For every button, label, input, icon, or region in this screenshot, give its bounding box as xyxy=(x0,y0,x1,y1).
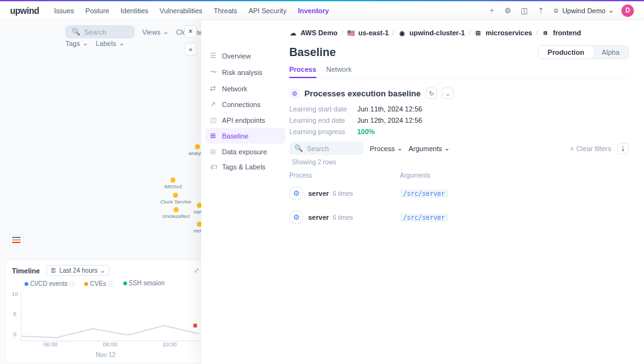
aws-icon: ☁ xyxy=(289,29,297,37)
expand-icon[interactable]: ⤢ xyxy=(194,266,199,275)
section-title: Processes execution baseline xyxy=(304,89,421,98)
calendar-icon: 🗓 xyxy=(50,267,57,274)
org-icon: ⛭ xyxy=(553,7,560,14)
collapse-button[interactable]: « xyxy=(184,43,197,55)
tags-dropdown[interactable]: Tags⌄ xyxy=(65,39,88,47)
toggle-alpha[interactable]: Alpha xyxy=(593,46,628,59)
sidebar-item-connections[interactable]: ↗Connections xyxy=(201,96,289,112)
panel-sidebar: ☰Overview 〜Risk analysis ⇄Network ↗Conne… xyxy=(201,20,289,364)
bg-search-input[interactable]: 🔍 Search xyxy=(65,25,135,38)
region-icon: 🇺🇸 xyxy=(347,29,355,37)
section-gear-icon: ⚙ xyxy=(289,88,299,98)
sidebar-item-overview[interactable]: ☰Overview xyxy=(201,48,289,64)
process-search-input[interactable]: 🔍 Search xyxy=(289,142,364,155)
process-icon: ⚙ xyxy=(289,210,303,224)
col-arguments: Arguments xyxy=(400,172,629,179)
brand-logo: upwind xyxy=(10,6,39,16)
nav-threats[interactable]: Threats xyxy=(214,7,237,14)
arguments-filter-dropdown[interactable]: Arguments⌄ xyxy=(409,144,450,152)
sidebar-item-api[interactable]: ◫API endpoints xyxy=(201,112,289,128)
x-icon: × xyxy=(570,145,574,152)
nav-identities[interactable]: Identities xyxy=(121,7,148,14)
nav-api-security[interactable]: API Security xyxy=(248,7,287,14)
workload-icon: ⧈ xyxy=(541,29,549,37)
search-icon: 🔍 xyxy=(72,28,80,36)
cluster-icon: ◉ xyxy=(398,29,406,37)
panel-icon[interactable]: ◫ xyxy=(520,6,529,15)
sidebar-item-network[interactable]: ⇄Network xyxy=(201,81,289,96)
chevron-down-icon: ⌄ xyxy=(608,6,614,14)
gear-icon[interactable]: ⚙ xyxy=(504,6,513,15)
baseline-tabs: Process Network xyxy=(289,65,629,79)
page-title: Baseline xyxy=(289,46,538,59)
detail-panel: ☰Overview 〜Risk analysis ⇄Network ↗Conne… xyxy=(201,20,644,364)
nav-posture[interactable]: Posture xyxy=(86,7,109,14)
sidebar-item-risk[interactable]: 〜Risk analysis xyxy=(201,64,289,81)
org-name: Upwind Demo xyxy=(562,7,606,14)
plus-icon[interactable]: ＋ xyxy=(487,6,496,15)
process-filter-dropdown[interactable]: Process⌄ xyxy=(370,144,402,152)
col-process: Process xyxy=(289,172,400,179)
layers-button[interactable] xyxy=(9,234,23,246)
avatar[interactable]: D xyxy=(621,4,634,17)
timeline-title: Timeline xyxy=(12,267,40,275)
download-button[interactable]: ⭳ xyxy=(618,143,629,154)
time-range-dropdown[interactable]: 🗓 Last 24 hours ⌄ xyxy=(46,265,109,276)
clear-filters-button[interactable]: ×Clear filters xyxy=(570,145,611,152)
search-icon: 🔍 xyxy=(294,144,303,152)
nav-inventory[interactable]: Inventory xyxy=(298,7,330,14)
row-count: Showing 2 rows xyxy=(289,159,629,166)
breadcrumb: ☁ AWS Demo/ 🇺🇸 us-east-1/ ◉ upwind-clust… xyxy=(289,29,629,37)
section-dropdown[interactable]: ⌄ xyxy=(442,88,453,99)
topbar: upwind Issues Posture Identities Vulnera… xyxy=(0,1,644,20)
tab-process[interactable]: Process xyxy=(289,65,316,78)
toggle-production[interactable]: Production xyxy=(539,46,593,59)
nav-vulnerabilities[interactable]: Vulnerabilities xyxy=(160,7,203,14)
env-toggle: Production Alpha xyxy=(538,45,629,59)
bell-icon[interactable]: ⇡ xyxy=(536,6,545,15)
chevron-down-icon: ⌄ xyxy=(100,267,105,274)
labels-dropdown[interactable]: Labels⌄ xyxy=(96,39,124,47)
main-nav: Issues Posture Identities Vulnerabilitie… xyxy=(54,7,487,14)
refresh-button[interactable]: ↻ xyxy=(426,88,437,99)
sidebar-item-data-exposure[interactable]: ◎Data exposure xyxy=(201,144,289,159)
nav-issues[interactable]: Issues xyxy=(54,7,74,14)
tab-network[interactable]: Network xyxy=(326,65,352,78)
close-button[interactable]: × xyxy=(184,25,197,38)
views-dropdown[interactable]: Views⌄ xyxy=(142,28,169,36)
svg-rect-0 xyxy=(194,324,197,327)
sidebar-item-tags[interactable]: 🏷Tags & Labels xyxy=(201,159,289,174)
table-row[interactable]: ⚙ server 6 times /src/server xyxy=(289,205,629,229)
table-row[interactable]: ⚙ server 6 times /src/server xyxy=(289,181,629,205)
timeline-panel: Timeline 🗓 Last 24 hours ⌄ ⤢ CI/CD event… xyxy=(5,259,206,364)
process-icon: ⚙ xyxy=(289,186,303,200)
namespace-icon: ⊞ xyxy=(474,29,482,37)
sidebar-item-baseline[interactable]: ⊞Baseline xyxy=(205,128,286,144)
org-switcher[interactable]: ⛭ Upwind Demo ⌄ xyxy=(553,6,614,14)
